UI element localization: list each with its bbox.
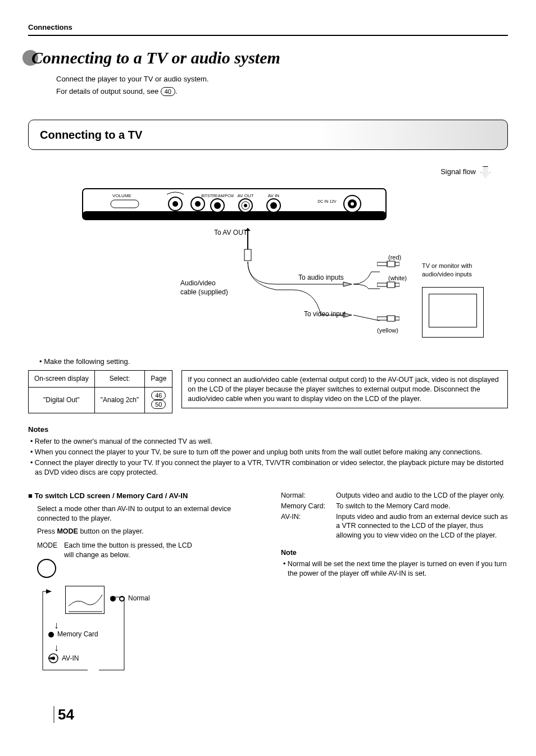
mode-definitions: Normal: Outputs video and audio to the L… (281, 491, 508, 540)
svg-marker-19 (343, 282, 352, 286)
info-box: If you connect an audio/video cable (ext… (181, 370, 508, 409)
device-rear-panel: VOLUME BITSTREAM/PCM AV OUT AV IN DC IN … (49, 183, 487, 228)
diagram-area: Signal flow VOLUME BITSTREAM/PCM AV OUT … (28, 160, 508, 352)
def-term: Normal: (281, 491, 336, 500)
dot-icon (110, 596, 116, 602)
list-item: When you connect the player to your TV, … (28, 448, 508, 457)
signal-flow-arrow-icon (480, 166, 490, 179)
page-ref-40: 40 (161, 87, 175, 96)
lcd-screen-icon (65, 586, 105, 614)
svg-point-8 (214, 202, 221, 209)
svg-marker-32 (46, 589, 52, 594)
header-section: Connections (28, 22, 508, 36)
svg-point-16 (351, 202, 354, 206)
setting-instruction-text: Make the following setting. (44, 357, 130, 366)
mode-description: Each time the button is pressed, the LCD… (64, 541, 199, 561)
table-cell-page: 46 50 (145, 387, 172, 413)
def-desc: To switch to the Memory Card mode. (336, 502, 508, 511)
svg-rect-26 (377, 283, 387, 286)
table-header-select: Select: (94, 370, 145, 387)
cycle-avin: AV-IN (48, 653, 79, 663)
plug-red-icon (377, 261, 399, 267)
notes-list: Refer to the owner's manual of the conne… (28, 437, 508, 477)
svg-point-6 (195, 201, 201, 207)
def-desc: Outputs video and audio to the LCD of th… (336, 491, 508, 500)
to-audio-inputs-label: To audio inputs (298, 273, 344, 283)
table-row: "Digital Out" "Analog 2ch" 46 50 (29, 387, 172, 413)
connection-layout: To AV OUT Audio/video cable (supplied) T… (29, 228, 507, 352)
page-number: 54 (53, 704, 74, 725)
list-item: Connect the player directly to your TV. … (28, 458, 508, 477)
subsection-body-1: Select a mode other than AV-IN to output… (37, 504, 264, 523)
cycle-normal: Normal (110, 594, 150, 603)
note2-list: Normal will be set the next time the pla… (281, 559, 508, 579)
settings-table: On-screen display Select: Page "Digital … (28, 370, 172, 413)
mode-button-row: MODE Each time the button is pressed, th… (37, 541, 264, 579)
mode-cycle-diagram: Normal ↓ Memory Card ↓ AV-IN (37, 586, 161, 676)
signal-flow-label: Signal flow (440, 167, 476, 177)
cable-label: Audio/video cable (supplied) (180, 279, 248, 298)
intro-line-2: For details of output sound, see 40. (56, 86, 508, 97)
list-item: Refer to the owner's manual of the conne… (28, 437, 508, 447)
table-cell-select: "Analog 2ch" (94, 387, 145, 413)
note2-heading: Note (281, 548, 508, 558)
svg-point-11 (244, 204, 247, 207)
table-header-display: On-screen display (29, 370, 95, 387)
subsection-body-2: Press MODE button on the player. (37, 527, 264, 536)
svg-rect-30 (387, 316, 395, 321)
subsection-heading: To switch LCD screen / Memory Card / AV-… (28, 491, 264, 501)
mode-button-icon (37, 559, 56, 578)
plug-white-icon (377, 281, 399, 288)
intro-line-2-suffix: . (175, 87, 178, 95)
svg-rect-27 (387, 282, 395, 288)
svg-line-21 (353, 315, 380, 321)
cycle-memory-label: Memory Card (57, 630, 98, 639)
dot-icon (48, 632, 54, 637)
def-term: AV-IN: (281, 512, 336, 541)
notes-heading: Notes (28, 425, 508, 435)
to-video-input-label: To video input (304, 309, 346, 319)
svg-rect-2 (111, 200, 139, 208)
svg-point-4 (172, 201, 178, 207)
page-ref-46: 46 (151, 391, 166, 400)
page-number-text: 54 (53, 706, 74, 723)
label-volume: VOLUME (112, 193, 131, 198)
table-row: On-screen display Select: Page (29, 370, 172, 387)
signal-flow-legend: Signal flow (29, 166, 507, 179)
body2-suffix: button on the player. (78, 527, 144, 535)
cycle-normal-label: Normal (128, 594, 150, 603)
body2-bold: MODE (57, 527, 78, 535)
page-title: Connecting to a TV or audio system (31, 46, 280, 70)
svg-point-13 (270, 202, 277, 209)
def-row-normal: Normal: Outputs video and audio to the L… (281, 491, 508, 500)
title-row: Connecting to a TV or audio system (22, 46, 508, 70)
def-row-memory: Memory Card: To switch to the Memory Car… (281, 502, 508, 511)
to-av-out-label: To AV OUT (214, 228, 247, 238)
tv-screen-icon (429, 294, 477, 327)
svg-rect-25 (395, 262, 399, 266)
label-avout: AV OUT (237, 193, 253, 198)
cycle-avin-label: AV-IN (62, 654, 79, 663)
list-item: Normal will be set the next time the pla… (281, 559, 508, 579)
def-desc: Inputs video and audio from an external … (336, 512, 508, 541)
table-header-page: Page (145, 370, 172, 387)
avin-icon (48, 653, 58, 663)
dot-hollow-icon (119, 596, 125, 602)
label-dcin: DC IN 12V (317, 199, 337, 203)
intro-line-2-prefix: For details of output sound, see (56, 87, 161, 95)
mode-label: MODE (37, 541, 57, 550)
svg-rect-18 (244, 249, 251, 261)
body2-prefix: Press (37, 527, 57, 535)
svg-rect-28 (395, 283, 399, 286)
label-bitstream: BITSTREAM/PCM (201, 194, 234, 198)
svg-rect-24 (387, 261, 395, 267)
yellow-plug-label: (yellow) (377, 326, 398, 335)
svg-rect-1 (83, 211, 386, 220)
setting-instruction: • Make the following setting. (39, 357, 508, 367)
def-term: Memory Card: (281, 502, 336, 511)
table-cell-display: "Digital Out" (29, 387, 95, 413)
section-heading-box: Connecting to a TV (28, 120, 508, 150)
def-row-avin: AV-IN: Inputs video and audio from an ex… (281, 512, 508, 541)
label-avin: AV IN (268, 193, 280, 198)
section-title: Connecting to a TV (40, 127, 496, 143)
